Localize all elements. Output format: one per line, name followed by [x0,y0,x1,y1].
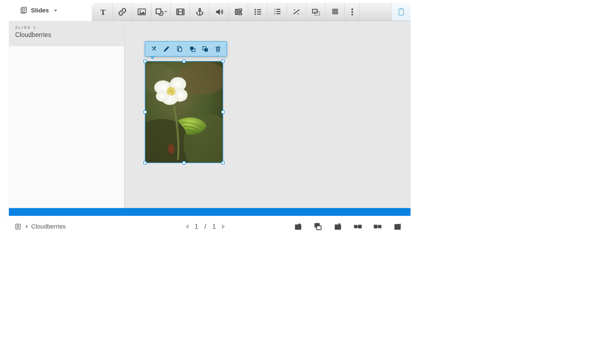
svg-point-27 [254,11,256,12]
move-slide-left-button[interactable] [353,222,362,231]
slide-editor-app: Slides T [0,0,411,237]
duplicate-slide-button[interactable] [313,222,323,231]
frame-tool[interactable] [306,3,325,21]
main-toolbar: T [92,3,411,21]
svg-point-26 [254,9,256,10]
svg-rect-20 [235,9,238,10]
footer-bar: Cloudberries 1 / 1 [0,216,411,237]
image-placeholder [145,62,223,163]
editor-stage[interactable] [124,21,411,208]
svg-point-46 [351,11,353,12]
fraction-tool[interactable] [287,3,306,21]
delete-action[interactable] [213,44,223,54]
bullet-list-tool[interactable] [248,3,267,21]
selection-popup [145,41,227,57]
selected-image-object[interactable] [145,61,223,163]
check-list-tool[interactable]: ✕✓✕ [267,3,287,21]
next-slide-button[interactable] [222,224,225,229]
slides-panel-icon [15,223,22,230]
edit-action[interactable] [162,44,171,54]
chevron-down-icon [54,10,57,12]
svg-point-65 [156,91,169,102]
svg-rect-24 [235,13,238,15]
svg-rect-96 [374,225,377,228]
chevron-down-icon [164,11,167,13]
svg-rect-49 [400,8,402,9]
add-slide-button[interactable] [293,222,303,231]
move-slide-right-button[interactable] [373,222,382,231]
layout-tool[interactable] [229,3,248,21]
shape-tool[interactable] [151,3,171,21]
svg-rect-87 [295,225,301,229]
svg-text:T: T [100,7,106,16]
video-tool[interactable] [171,3,190,21]
delete-slide-button[interactable] [393,222,402,231]
svg-rect-22 [235,11,238,12]
pager: 1 / 1 [185,223,225,230]
svg-point-78 [167,93,169,94]
audio-tool[interactable] [209,3,229,21]
more-tool[interactable] [345,3,360,21]
svg-point-45 [351,8,353,10]
top-bar: Slides T [0,0,411,21]
svg-point-28 [254,13,256,15]
slides-menu-label: Slides [31,7,49,14]
anchor-tool[interactable] [190,3,209,21]
resize-handle-tl[interactable] [143,60,147,63]
text-tool[interactable]: T [93,3,113,21]
svg-rect-50 [178,48,182,52]
slide-list-sidebar: SLIDE 1 Cloudberries [9,21,124,208]
slide-item-eyebrow: SLIDE 1 [15,25,118,30]
svg-rect-91 [317,226,321,230]
svg-point-47 [351,14,353,15]
slides-panel-icon [20,7,28,14]
svg-point-81 [174,94,175,95]
slide-settings-button[interactable] [333,222,343,231]
clipboard-tool[interactable] [391,3,411,21]
page-total: 1 [212,223,216,230]
svg-point-93 [339,223,340,224]
prev-slide-button[interactable] [185,224,188,229]
footer-actions [293,222,402,231]
svg-rect-8 [156,9,161,14]
send-back-action[interactable] [200,44,210,54]
link-tool[interactable] [113,3,132,21]
page-current: 1 [195,223,198,230]
svg-rect-94 [354,225,357,228]
resize-handle-br[interactable] [221,161,225,164]
slide-item-title: Cloudberries [15,31,118,39]
svg-point-82 [167,90,168,91]
bring-front-action[interactable] [188,44,197,54]
svg-point-79 [172,95,173,96]
resize-handle-bm[interactable] [182,161,186,164]
svg-point-60 [168,144,175,154]
resize-handle-bl[interactable] [143,161,147,164]
resize-handle-ml[interactable] [143,110,147,114]
breadcrumb[interactable]: Cloudberries [15,223,66,230]
svg-point-75 [173,87,174,89]
svg-rect-25 [239,13,242,15]
svg-point-77 [174,91,175,92]
svg-rect-95 [358,225,361,228]
image-tool[interactable] [132,3,151,21]
slide-list-item[interactable]: SLIDE 1 Cloudberries [9,21,124,46]
svg-rect-21 [239,9,242,10]
svg-rect-48 [399,9,403,15]
svg-rect-23 [239,11,242,12]
progress-strip [9,208,411,216]
svg-point-7 [140,10,141,12]
resize-handle-mr[interactable] [221,110,225,114]
slides-menu-button[interactable]: Slides [0,0,92,21]
copy-action[interactable] [175,44,184,54]
svg-point-80 [170,86,171,87]
outline-tool[interactable] [325,3,345,21]
svg-point-17 [199,8,201,10]
breadcrumb-title: Cloudberries [31,223,66,230]
page-separator: / [204,223,206,230]
svg-point-76 [168,88,169,89]
resize-handle-tm[interactable] [182,60,186,63]
move-action[interactable] [149,44,159,54]
svg-text:✕: ✕ [274,12,276,15]
resize-handle-tr[interactable] [221,60,225,63]
svg-rect-92 [335,225,341,229]
